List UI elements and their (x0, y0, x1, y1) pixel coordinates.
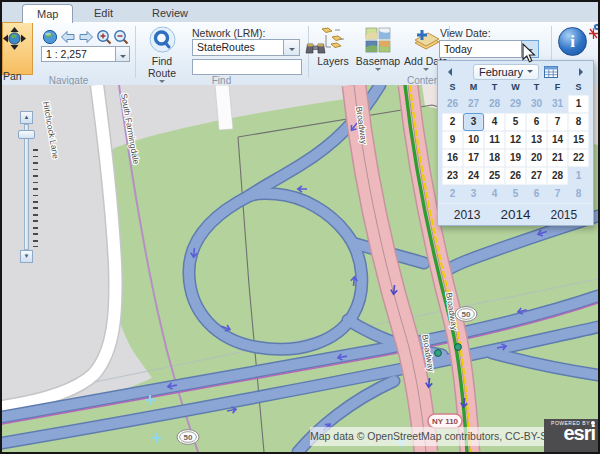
network-dropdown-button[interactable] (283, 39, 300, 56)
zoom-in-icon[interactable] (96, 29, 112, 45)
scale-dropdown-button[interactable] (115, 46, 130, 62)
identify-tool-icon[interactable] (588, 23, 600, 41)
basemap-caret (375, 68, 381, 74)
calendar-year[interactable]: 2013 (454, 208, 481, 222)
calendar-day-cell[interactable]: 25 (484, 167, 505, 185)
calendar-day-cell[interactable]: 20 (526, 149, 547, 167)
calendar-day-cell[interactable]: 17 (463, 149, 484, 167)
view-date-calendar-popup: February S M T W T F S 26272829303112345… (437, 60, 594, 226)
calendar-day-cell[interactable]: 26 (505, 167, 526, 185)
calendar-day-cell[interactable]: 31 (547, 95, 568, 113)
calendar-day-cell[interactable]: 4 (484, 113, 505, 131)
calendar-day-cell[interactable]: 6 (526, 185, 547, 203)
network-combobox[interactable]: StateRoutes (192, 39, 284, 56)
calendar-day-cell[interactable]: 3 (463, 113, 484, 131)
calendar-month-dropdown[interactable]: February (473, 64, 539, 80)
map-zoom-slider: ▲ ▼ (18, 111, 40, 263)
tab-edit[interactable]: Edit (80, 4, 127, 22)
calendar-day-cell[interactable]: 18 (484, 149, 505, 167)
tab-review[interactable]: Review (138, 4, 202, 22)
day-header: S (568, 82, 589, 95)
zoom-slider-track[interactable] (24, 124, 29, 250)
calendar-day-cell[interactable]: 16 (442, 149, 463, 167)
calendar-day-cell[interactable]: 8 (568, 185, 589, 203)
add-data-caret (423, 68, 429, 74)
event-editor-window: Map Edit Review Pan (0, 0, 600, 454)
calendar-grid-icon[interactable] (544, 66, 558, 78)
calendar-next-month-icon[interactable] (579, 68, 587, 76)
route-value-input[interactable] (192, 59, 302, 75)
calendar-day-cell[interactable]: 7 (547, 185, 568, 203)
previous-extent-icon[interactable] (60, 29, 76, 45)
calendar-day-cell[interactable]: 8 (568, 113, 589, 131)
calendar-day-cell[interactable]: 27 (463, 95, 484, 113)
calendar-day-cell[interactable]: 11 (484, 131, 505, 149)
calendar-day-cell[interactable]: 23 (442, 167, 463, 185)
calendar-day-cell[interactable]: 14 (547, 131, 568, 149)
calendar-day-cell[interactable]: 5 (505, 113, 526, 131)
calendar-day-cell[interactable]: 2 (442, 185, 463, 203)
view-date-label: View Date: (440, 27, 491, 39)
layers-button[interactable]: Layers (312, 27, 354, 81)
calendar-header: February (438, 61, 593, 82)
calendar-day-cell[interactable]: 22 (568, 149, 589, 167)
full-extent-globe-icon[interactable] (42, 29, 58, 45)
calendar-grid: 2627282930311234567891011121314151617181… (438, 95, 593, 203)
next-extent-icon[interactable] (78, 29, 94, 45)
info-button[interactable]: i (558, 27, 587, 56)
calendar-day-cell[interactable]: 2 (442, 113, 463, 131)
basemap-icon (365, 27, 391, 53)
day-header: W (505, 82, 526, 95)
calendar-prev-month-icon[interactable] (444, 68, 452, 76)
calendar-day-cell[interactable]: 13 (526, 131, 547, 149)
calendar-year[interactable]: 2014 (500, 207, 530, 222)
calendar-day-cell[interactable]: 29 (505, 95, 526, 113)
day-header: T (526, 82, 547, 95)
calendar-day-cell[interactable]: 28 (547, 167, 568, 185)
calendar-day-cell[interactable]: 12 (505, 131, 526, 149)
find-route-button[interactable]: Find Route (142, 26, 182, 82)
zoom-slider-up-button[interactable]: ▲ (20, 111, 33, 124)
calendar-day-cell[interactable]: 19 (505, 149, 526, 167)
zoom-slider-ticks (33, 149, 38, 247)
ribbon-tabbar: Map Edit Review (2, 2, 598, 22)
calendar-month-label: February (479, 66, 523, 78)
esri-brand-text: esri (544, 424, 595, 442)
day-header: F (547, 82, 568, 95)
svg-text:NY 110: NY 110 (432, 417, 459, 426)
layers-label: Layers (312, 55, 354, 67)
calendar-day-cell[interactable]: 1 (568, 95, 589, 113)
tab-map[interactable]: Map (22, 4, 73, 23)
calendar-day-headers: S M T W T F S (438, 82, 593, 95)
calendar-day-cell[interactable]: 7 (547, 113, 568, 131)
calendar-day-cell[interactable]: 4 (484, 185, 505, 203)
calendar-years: 2013 2014 2015 (438, 203, 593, 225)
zoom-out-icon[interactable] (113, 29, 129, 45)
view-date-input[interactable]: Today (439, 40, 522, 58)
calendar-day-cell[interactable]: 3 (463, 185, 484, 203)
calendar-day-cell[interactable]: 28 (484, 95, 505, 113)
calendar-day-cell[interactable]: 10 (463, 131, 484, 149)
find-route-icon (149, 26, 176, 53)
calendar-day-cell[interactable]: 21 (547, 149, 568, 167)
calendar-day-cell[interactable]: 1 (568, 167, 589, 185)
county-route-shield: 50 (455, 307, 477, 322)
calendar-day-cell[interactable]: 24 (463, 167, 484, 185)
calendar-day-cell[interactable]: 30 (526, 95, 547, 113)
calendar-day-cell[interactable]: 9 (442, 131, 463, 149)
mouse-cursor (522, 43, 537, 64)
zoom-slider-handle[interactable] (18, 130, 35, 139)
calendar-day-cell[interactable]: 6 (526, 113, 547, 131)
esri-logo: POWERED BY esri (544, 419, 598, 453)
calendar-year[interactable]: 2015 (551, 208, 578, 222)
calendar-day-cell[interactable]: 5 (505, 185, 526, 203)
pan-button[interactable]: Pan (2, 22, 33, 75)
svg-text:50: 50 (462, 310, 471, 319)
calendar-day-cell[interactable]: 26 (442, 95, 463, 113)
scale-combobox[interactable]: 1 : 2,257 (41, 46, 116, 62)
zoom-slider-down-button[interactable]: ▼ (20, 250, 33, 263)
calendar-day-cell[interactable]: 15 (568, 131, 589, 149)
calendar-day-cell[interactable]: 27 (526, 167, 547, 185)
chevron-down-icon (527, 70, 533, 76)
basemap-label: Basemap (355, 55, 401, 67)
